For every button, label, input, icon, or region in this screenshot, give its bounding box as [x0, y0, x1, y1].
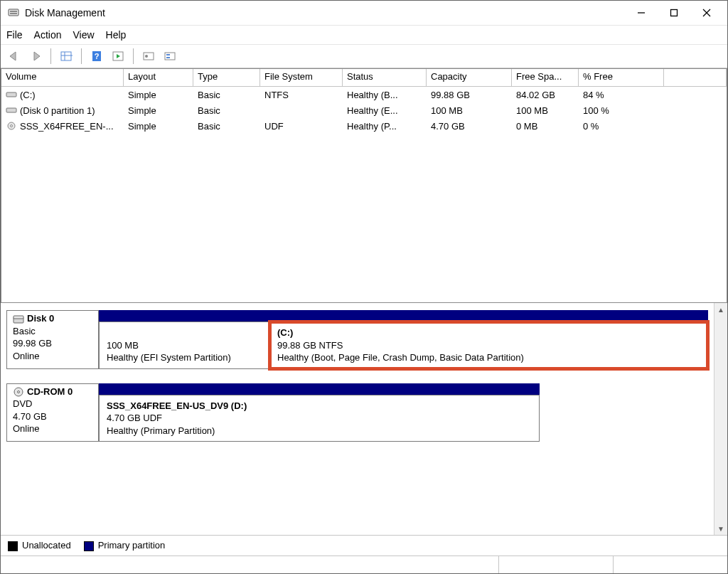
forward-button[interactable] [28, 48, 43, 64]
svg-rect-9 [61, 52, 71, 60]
partition-summary: 99.88 GB NTFS [277, 339, 700, 352]
svg-rect-22 [6, 108, 16, 112]
volume-row[interactable]: SSS_X64FREE_EN-... Simple Basic UDF Heal… [1, 118, 727, 134]
volume-capacity: 4.70 GB [427, 120, 512, 132]
svg-marker-8 [34, 52, 40, 60]
partition-color-bar [99, 383, 540, 395]
volume-list-header: Volume Layout Type File System Status Ca… [1, 69, 727, 87]
titlebar: Disk Management [1, 1, 727, 26]
volume-type: Basic [193, 120, 260, 132]
disk-state: Online [13, 350, 92, 363]
partition-name: SSS_X64FREE_EN-US_DV9 (D:) [107, 400, 532, 413]
disk-size: 99.98 GB [13, 337, 92, 350]
harddisk-icon [13, 314, 24, 325]
disk-info[interactable]: Disk 0 Basic 99.98 GB Online [6, 310, 99, 369]
maximize-button[interactable] [658, 2, 690, 23]
volume-pctfree: 100 % [579, 105, 664, 117]
window-title: Disk Management [25, 7, 625, 18]
svg-rect-18 [165, 53, 175, 60]
toolbar-separator [81, 48, 82, 64]
col-header-layout[interactable]: Layout [124, 69, 193, 86]
partition-c-drive[interactable]: (C:) 99.88 GB NTFS Healthy (Boot, Page F… [269, 321, 708, 369]
col-header-pad[interactable] [664, 69, 727, 86]
partition-size: 100 MB [107, 339, 262, 352]
svg-point-28 [18, 391, 20, 393]
menu-view[interactable]: View [73, 29, 94, 41]
show-hide-console-button[interactable] [58, 48, 74, 64]
volume-fs: NTFS [260, 89, 343, 101]
minimize-button[interactable] [625, 2, 658, 23]
svg-rect-20 [166, 57, 170, 58]
volume-status: Healthy (B... [343, 89, 427, 101]
menu-help[interactable]: Help [106, 29, 127, 41]
partition-efi[interactable]: 100 MB Healthy (EFI System Partition) [99, 321, 269, 369]
menu-file[interactable]: File [6, 29, 23, 41]
menubar: File Action View Help [1, 26, 727, 44]
legend-unallocated: Unallocated [8, 540, 71, 551]
svg-rect-1 [10, 11, 17, 12]
volume-row[interactable]: (Disk 0 partition 1) Simple Basic Health… [1, 102, 727, 118]
statusbar-cell [613, 556, 727, 573]
volume-capacity: 100 MB [427, 105, 512, 117]
vertical-scrollbar[interactable]: ▲ ▼ [714, 303, 727, 535]
toolbar-separator [50, 48, 51, 64]
partition-dvd[interactable]: SSS_X64FREE_EN-US_DV9 (D:) 4.70 GB UDF H… [99, 395, 540, 442]
disk-management-icon [8, 7, 19, 18]
partition-status: Healthy (Primary Partition) [107, 425, 532, 437]
window-buttons [625, 2, 723, 23]
disk-block-cdrom0: CD-ROM 0 DVD 4.70 GB Online SSS_X64FREE_… [6, 383, 708, 442]
volume-row[interactable]: (C:) Simple Basic NTFS Healthy (B... 99.… [1, 87, 727, 102]
svg-marker-7 [10, 52, 16, 60]
col-header-capacity[interactable]: Capacity [427, 69, 512, 86]
settings-view-top-button[interactable] [141, 48, 156, 64]
settings-view-bottom-button[interactable] [162, 48, 178, 64]
volume-layout: Simple [124, 120, 193, 132]
legend: Unallocated Primary partition [1, 535, 727, 556]
cdrom0-partitions: SSS_X64FREE_EN-US_DV9 (D:) 4.70 GB UDF H… [99, 383, 540, 442]
partition-status: Healthy (EFI System Partition) [107, 351, 262, 364]
statusbar-cell [498, 556, 613, 573]
scroll-up-icon[interactable]: ▲ [714, 303, 727, 316]
volume-name: (Disk 0 partition 1) [20, 105, 95, 116]
partition-color-bar [99, 310, 708, 321]
help-button[interactable]: ? [89, 48, 105, 64]
window-root: Disk Management File Action View Help ? … [0, 0, 728, 574]
back-button[interactable] [6, 48, 22, 64]
col-header-status[interactable]: Status [343, 69, 427, 86]
col-header-volume[interactable]: Volume [1, 69, 124, 86]
volume-fs: UDF [260, 120, 343, 132]
optical-disc-icon [13, 386, 24, 398]
volume-type: Basic [193, 105, 260, 117]
volume-pctfree: 84 % [579, 89, 664, 101]
refresh-button[interactable] [110, 48, 126, 64]
volume-capacity: 99.88 GB [427, 89, 512, 101]
volume-free: 0 MB [512, 120, 579, 132]
scroll-down-icon[interactable]: ▼ [714, 522, 727, 535]
disk-state: Online [13, 422, 92, 435]
disk-label: Disk 0 [27, 313, 54, 324]
menu-action[interactable]: Action [34, 29, 62, 41]
partition-summary: 4.70 GB UDF [107, 412, 532, 425]
svg-point-24 [11, 125, 13, 127]
svg-rect-21 [6, 92, 16, 97]
volume-rows: (C:) Simple Basic NTFS Healthy (B... 99.… [1, 87, 727, 302]
statusbar-cell [1, 556, 498, 573]
disk-size: 4.70 GB [13, 410, 92, 423]
volume-layout: Simple [124, 89, 193, 101]
legend-primary: Primary partition [84, 540, 166, 551]
svg-rect-2 [10, 13, 17, 14]
close-button[interactable] [690, 2, 723, 23]
svg-rect-19 [166, 54, 170, 55]
col-header-filesystem[interactable]: File System [260, 69, 343, 86]
volume-name: SSS_X64FREE_EN-... [20, 121, 114, 132]
volume-pctfree: 0 % [579, 120, 664, 132]
col-header-type[interactable]: Type [193, 69, 260, 86]
disk-label: CD-ROM 0 [27, 386, 73, 397]
toolbar-separator [133, 48, 134, 64]
col-header-freespace[interactable]: Free Spa... [512, 69, 579, 86]
svg-point-17 [145, 55, 148, 58]
disk-info[interactable]: CD-ROM 0 DVD 4.70 GB Online [6, 383, 99, 442]
col-header-pctfree[interactable]: % Free [579, 69, 664, 86]
statusbar [1, 556, 727, 573]
partition-name: (C:) [277, 326, 700, 339]
